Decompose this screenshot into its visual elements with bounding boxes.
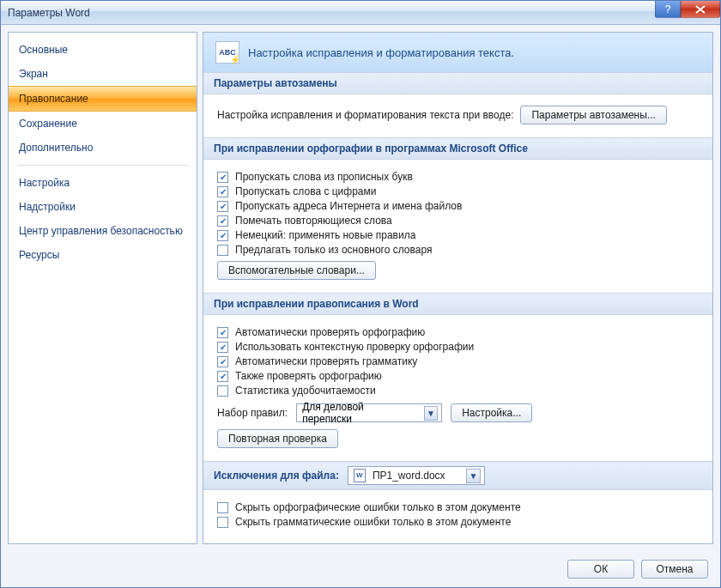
checkbox-maindict[interactable] (217, 245, 228, 256)
label-contextual: Использовать контекстную проверку орфогр… (235, 341, 474, 353)
label-numbers: Пропускать слова с цифрами (235, 185, 376, 197)
rules-label: Набор правил: (217, 407, 288, 419)
checkbox-readability[interactable] (217, 385, 228, 397)
label-autospell: Автоматически проверять орфографию (235, 326, 425, 338)
label-uppercase: Пропускать слова из прописных букв (235, 171, 413, 183)
autocorrect-options-button[interactable]: Параметры автозамены... (520, 106, 666, 124)
label-readability: Статистика удобочитаемости (235, 385, 376, 397)
label-maindict: Предлагать только из основного словаря (235, 244, 432, 256)
label-repeated: Помечать повторяющиеся слова (235, 215, 392, 227)
file-select[interactable]: ПР1_word.docx ▼ (348, 466, 485, 485)
checkbox-hide-grammar[interactable] (217, 517, 228, 528)
checkbox-numbers[interactable] (217, 186, 228, 197)
group-exceptions-header: Исключения для файла: ПР1_word.docx ▼ (203, 461, 712, 490)
sidebar-item-save[interactable]: Сохранение (9, 112, 197, 136)
dropdown-arrow-icon: ▼ (424, 406, 439, 421)
sidebar-item-advanced[interactable]: Дополнительно (9, 136, 197, 160)
sidebar-separator (17, 165, 188, 166)
group-word-spell-body: Автоматически проверять орфографию Испол… (203, 315, 712, 461)
content-area: Основные Экран Правописание Сохранение Д… (1, 25, 720, 551)
sidebar-item-resources[interactable]: Ресурсы (9, 243, 197, 267)
group-office-spell-body: Пропускать слова из прописных букв Пропу… (203, 160, 712, 293)
checkbox-hide-spell[interactable] (217, 502, 228, 513)
exceptions-title: Исключения для файла: (214, 470, 339, 482)
banner-text: Настройка исправления и форматирования т… (248, 46, 514, 59)
banner: ABC Настройка исправления и форматирован… (203, 33, 712, 72)
rules-select[interactable]: Для деловой переписки ▼ (296, 403, 442, 422)
main-panel: ABC Настройка исправления и форматирован… (203, 32, 713, 544)
document-icon (354, 469, 366, 482)
label-urls: Пропускать адреса Интернета и имена файл… (235, 200, 462, 212)
file-name: ПР1_word.docx (373, 470, 445, 482)
checkbox-also[interactable] (217, 371, 228, 382)
checkbox-uppercase[interactable] (217, 172, 228, 183)
cancel-button[interactable]: Отмена (641, 560, 708, 579)
group-office-spell-header: При исправлении орфографии в программах … (203, 137, 712, 160)
checkbox-grammar[interactable] (217, 356, 228, 367)
custom-dictionaries-button[interactable]: Вспомогательные словари... (217, 261, 376, 280)
checkbox-repeated[interactable] (217, 215, 228, 227)
checkbox-german[interactable] (217, 230, 228, 241)
sidebar-item-display[interactable]: Экран (9, 62, 197, 86)
sidebar-item-trust[interactable]: Центр управления безопасностью (9, 219, 197, 243)
title-buttons: ? (655, 1, 720, 18)
label-hide-spell: Скрыть орфографические ошибки только в э… (235, 501, 521, 513)
group-autocorrect-header: Параметры автозамены (203, 72, 712, 94)
label-grammar: Автоматически проверять грамматику (235, 355, 417, 367)
footer: ОК Отмена (1, 551, 720, 587)
sidebar: Основные Экран Правописание Сохранение Д… (8, 32, 197, 544)
recheck-button[interactable]: Повторная проверка (217, 429, 338, 448)
help-button[interactable]: ? (655, 1, 681, 18)
label-german: Немецкий: применять новые правила (235, 229, 415, 241)
checkbox-urls[interactable] (217, 201, 228, 212)
ok-button[interactable]: ОК (567, 560, 634, 579)
dropdown-arrow-icon: ▼ (466, 469, 481, 483)
window-title: Параметры Word (8, 7, 90, 19)
group-autocorrect-body: Настройка исправления и форматирования т… (203, 94, 712, 137)
checkbox-autospell[interactable] (217, 327, 228, 338)
dialog-window: Параметры Word ? Основные Экран Правопис… (0, 0, 721, 588)
autocorrect-desc: Настройка исправления и форматирования т… (217, 109, 513, 121)
group-word-spell-header: При исправлении правописания в Word (203, 293, 712, 315)
rules-value: Для деловой переписки (302, 401, 413, 425)
sidebar-item-addins[interactable]: Надстройки (9, 195, 197, 219)
close-icon (695, 5, 706, 14)
sidebar-item-general[interactable]: Основные (9, 38, 197, 62)
label-hide-grammar: Скрыть грамматические ошибки только в эт… (235, 516, 511, 528)
checkbox-contextual[interactable] (217, 342, 228, 353)
sidebar-item-customize[interactable]: Настройка (9, 171, 197, 195)
sidebar-item-proofing[interactable]: Правописание (9, 86, 197, 112)
rules-settings-button[interactable]: Настройка... (451, 403, 532, 422)
group-exceptions-body: Скрыть орфографические ошибки только в э… (203, 490, 712, 541)
label-also: Также проверять орфографию (235, 370, 382, 382)
close-button[interactable] (681, 1, 720, 18)
abc-icon: ABC (215, 41, 239, 64)
titlebar: Параметры Word ? (1, 1, 720, 25)
